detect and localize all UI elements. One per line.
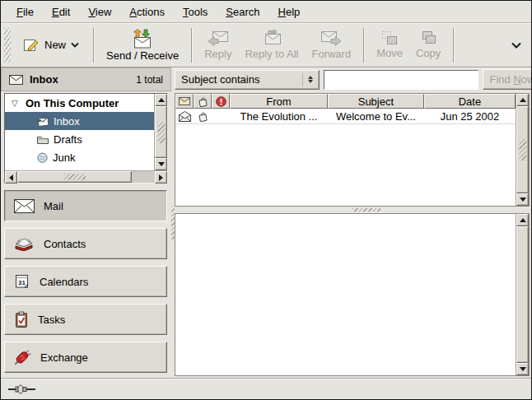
scrollbar-thumb[interactable]	[516, 106, 529, 193]
folder-icon	[36, 134, 49, 145]
menu-file[interactable]: File	[7, 2, 43, 21]
chevron-down-icon	[71, 42, 79, 48]
shortcut-calendars-button[interactable]: 31 Calendars	[4, 266, 167, 297]
svg-text:31: 31	[18, 279, 26, 286]
reply-button[interactable]: Reply	[198, 27, 238, 63]
folder-tree-horizontal-scrollbar[interactable]	[5, 170, 167, 183]
expander-triangle-icon[interactable]: ▽	[12, 99, 21, 108]
shortcut-tasks-button[interactable]: Tasks	[4, 304, 167, 335]
main-area: ▽ On This Computer Inbox	[1, 91, 531, 378]
copy-button[interactable]: Copy	[409, 28, 447, 62]
column-message-status[interactable]	[175, 94, 194, 109]
reply-to-all-button[interactable]: Reply to All	[238, 27, 305, 63]
preview-pane-body[interactable]	[175, 214, 516, 375]
send-receive-icon	[131, 29, 154, 49]
inbox-icon	[36, 115, 49, 127]
tree-item-label: Junk	[53, 151, 75, 164]
column-from[interactable]: From	[230, 94, 328, 109]
menu-actions[interactable]: Actions	[120, 2, 174, 21]
calendars-icon: 31	[14, 273, 30, 290]
pane-splitter-horizontal[interactable]	[175, 207, 530, 213]
scroll-right-arrow[interactable]	[155, 171, 167, 184]
preview-vertical-scrollbar[interactable]	[516, 214, 529, 375]
move-button[interactable]: Move	[370, 28, 409, 62]
offline-connector-icon[interactable]	[8, 384, 36, 394]
tree-item-label: Inbox	[54, 115, 80, 128]
status-bar	[1, 378, 531, 399]
chevron-down-icon	[511, 42, 521, 49]
menu-tools[interactable]: Tools	[174, 2, 217, 21]
open-envelope-icon	[179, 111, 191, 122]
scroll-up-arrow[interactable]	[155, 94, 167, 106]
shortcut-label: Exchange	[40, 351, 88, 364]
shortcut-exchange-button[interactable]: Exchange	[4, 342, 167, 373]
menu-help[interactable]: Help	[269, 2, 310, 21]
message-list: From Subject Date	[175, 93, 530, 207]
shortcut-mail-button[interactable]: Mail	[4, 190, 167, 221]
new-button[interactable]: New	[15, 34, 87, 57]
pane-splitter-vertical[interactable]	[171, 91, 175, 378]
shortcut-contacts-button[interactable]: Contacts	[4, 228, 167, 259]
search-bar: Subject contains Find Now Clear	[171, 67, 532, 91]
scroll-up-arrow[interactable]	[516, 214, 529, 226]
column-date[interactable]: Date	[424, 94, 516, 109]
tree-item-label: Drafts	[54, 133, 82, 146]
send-receive-label: Send / Receive	[106, 49, 179, 62]
forward-label: Forward	[311, 48, 351, 60]
message-date: Jun 25 2002	[424, 109, 516, 123]
find-now-button[interactable]: Find Now	[483, 69, 532, 90]
reply-label: Reply	[204, 48, 231, 60]
attachment-icon	[198, 111, 208, 122]
search-input[interactable]	[324, 70, 478, 90]
shortcut-label: Tasks	[38, 314, 65, 326]
column-attachment[interactable]	[194, 94, 212, 109]
menu-view[interactable]: View	[79, 2, 120, 21]
compose-icon	[23, 38, 40, 53]
tree-row-inbox[interactable]: Inbox	[5, 112, 154, 130]
menu-edit[interactable]: Edit	[43, 2, 79, 21]
column-importance[interactable]	[212, 94, 230, 109]
toolbar-grip[interactable]	[4, 28, 11, 63]
tree-row-junk[interactable]: Junk	[5, 148, 154, 166]
scrollbar-thumb[interactable]	[516, 226, 529, 363]
toolbar-separator	[191, 28, 192, 63]
left-sidebar: ▽ On This Computer Inbox	[1, 91, 171, 378]
menu-search[interactable]: Search	[217, 2, 268, 21]
forward-button[interactable]: Forward	[305, 27, 357, 63]
option-menu-arrows-icon	[302, 73, 313, 86]
message-list-empty-area[interactable]	[175, 124, 516, 206]
envelope-icon	[9, 75, 23, 85]
toolbar: New Send / Receive	[1, 23, 531, 67]
column-subject[interactable]: Subject	[328, 94, 424, 109]
search-criteria-dropdown[interactable]: Subject contains	[175, 70, 320, 90]
preview-pane	[175, 213, 530, 376]
scroll-down-arrow[interactable]	[155, 158, 167, 170]
message-row[interactable]: The Evolution ... Welcome to Ev... Jun 2…	[175, 109, 516, 124]
scrollbar-track[interactable]	[132, 171, 155, 183]
move-label: Move	[376, 47, 403, 59]
folder-header: Inbox 1 total	[1, 67, 171, 91]
tree-row-root[interactable]: ▽ On This Computer	[5, 94, 154, 112]
toolbar-separator	[453, 28, 454, 63]
new-button-label: New	[44, 39, 66, 51]
scroll-down-arrow[interactable]	[516, 193, 529, 206]
scrollbar-thumb[interactable]	[155, 106, 167, 158]
tree-row-drafts[interactable]: Drafts	[5, 130, 154, 148]
toolbar-separator	[363, 28, 364, 63]
toolbar-overflow-button[interactable]	[506, 34, 526, 56]
send-receive-button[interactable]: Send / Receive	[100, 26, 185, 64]
junk-icon	[36, 152, 49, 163]
attachment-icon	[198, 96, 208, 107]
mail-icon	[14, 199, 35, 213]
reply-all-label: Reply to All	[245, 48, 298, 60]
move-icon	[380, 30, 399, 46]
scrollbar-thumb[interactable]	[17, 171, 132, 183]
copy-label: Copy	[416, 47, 441, 59]
folder-tree-vertical-scrollbar[interactable]	[154, 94, 167, 170]
scroll-down-arrow[interactable]	[516, 363, 529, 375]
scroll-left-arrow[interactable]	[5, 171, 17, 184]
message-list-vertical-scrollbar[interactable]	[516, 94, 529, 206]
scroll-up-arrow[interactable]	[516, 94, 529, 106]
contacts-icon	[14, 236, 35, 251]
search-criteria-value: Subject contains	[181, 73, 259, 86]
